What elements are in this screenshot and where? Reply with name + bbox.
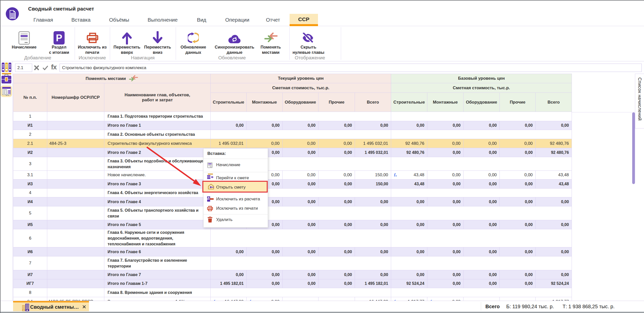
- svg-text:P: P: [56, 33, 62, 43]
